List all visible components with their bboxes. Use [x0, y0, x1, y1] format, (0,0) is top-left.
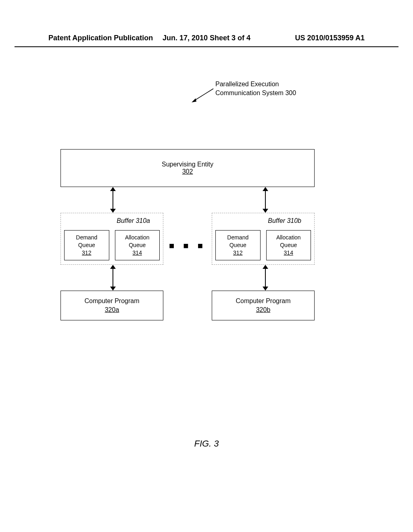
- figure-caption: FIG. 3: [0, 438, 413, 449]
- header-rule: [15, 46, 398, 47]
- computer-program-a-title: Computer Program: [63, 297, 161, 305]
- programs-row: Computer Program 320a Computer Program 3…: [60, 291, 315, 321]
- header-row: Patent Application Publication Jun. 17, …: [0, 34, 413, 46]
- svg-marker-1: [192, 98, 196, 102]
- computer-program-a: Computer Program 320a: [60, 291, 163, 321]
- supervising-entity-title: Supervising Entity: [162, 161, 213, 168]
- demand-queue-a-l2: Queue: [65, 241, 108, 249]
- buffer-a: Buffer 310a Demand Queue 312 Allocation …: [60, 213, 163, 265]
- program-b-col: Computer Program 320b: [212, 291, 315, 321]
- computer-program-b-title: Computer Program: [214, 297, 313, 305]
- supervising-entity-ref: 302: [182, 168, 193, 175]
- demand-queue-b-ref: 312: [217, 249, 259, 257]
- svg-line-0: [194, 89, 213, 101]
- buffer-a-title: Buffer 310a: [64, 216, 160, 230]
- ellipsis-icon: ■ ■ ■: [163, 241, 212, 265]
- program-spacer: [163, 291, 212, 321]
- demand-queue-b-l2: Queue: [217, 241, 259, 249]
- pointer-line-icon: [192, 88, 214, 102]
- header-right: US 2010/0153959 A1: [259, 34, 365, 42]
- allocation-queue-b-l2: Queue: [267, 241, 310, 249]
- demand-queue-b: Demand Queue 312: [215, 230, 261, 260]
- header-center: Jun. 17, 2010 Sheet 3 of 4: [154, 34, 259, 42]
- allocation-queue-a-l1: Allocation: [116, 234, 159, 241]
- system-title-line2: Communication System 300: [215, 89, 296, 98]
- buffers-row: Buffer 310a Demand Queue 312 Allocation …: [60, 213, 315, 265]
- document-header: Patent Application Publication Jun. 17, …: [0, 34, 413, 47]
- diagram: Supervising Entity 302 Buffer 310a Deman…: [60, 149, 315, 320]
- computer-program-a-ref: 320a: [63, 305, 161, 314]
- arrow-double-icon: [261, 187, 269, 213]
- allocation-queue-a-l2: Queue: [116, 241, 159, 249]
- page: Patent Application Publication Jun. 17, …: [0, 0, 413, 532]
- demand-queue-b-l1: Demand: [217, 234, 259, 241]
- demand-queue-a-l1: Demand: [65, 234, 108, 241]
- demand-queue-a: Demand Queue 312: [64, 230, 109, 260]
- buffer-a-queues: Demand Queue 312 Allocation Queue 314: [64, 230, 160, 260]
- arrow-double-icon: [109, 187, 117, 213]
- arrows-top: [60, 187, 315, 213]
- system-title-label: Parallelized Execution Communication Sys…: [215, 80, 296, 97]
- allocation-queue-b-l1: Allocation: [267, 234, 310, 241]
- buffer-b-queues: Demand Queue 312 Allocation Queue 314: [215, 230, 311, 260]
- allocation-queue-a: Allocation Queue 314: [115, 230, 160, 260]
- allocation-queue-b: Allocation Queue 314: [266, 230, 311, 260]
- header-left: Patent Application Publication: [48, 34, 154, 42]
- demand-queue-a-ref: 312: [65, 249, 108, 257]
- arrow-double-icon: [109, 265, 117, 291]
- buffer-b-title: Buffer 310b: [215, 216, 311, 230]
- buffer-b: Buffer 310b Demand Queue 312 Allocation …: [212, 213, 315, 265]
- arrows-bottom: [60, 265, 315, 291]
- computer-program-b-ref: 320b: [214, 305, 313, 314]
- system-title-line1: Parallelized Execution: [215, 80, 296, 89]
- computer-program-b: Computer Program 320b: [212, 291, 315, 321]
- supervising-entity-box: Supervising Entity 302: [60, 149, 315, 187]
- allocation-queue-b-ref: 314: [267, 249, 310, 257]
- arrow-double-icon: [261, 265, 269, 291]
- program-a-col: Computer Program 320a: [60, 291, 163, 321]
- allocation-queue-a-ref: 314: [116, 249, 159, 257]
